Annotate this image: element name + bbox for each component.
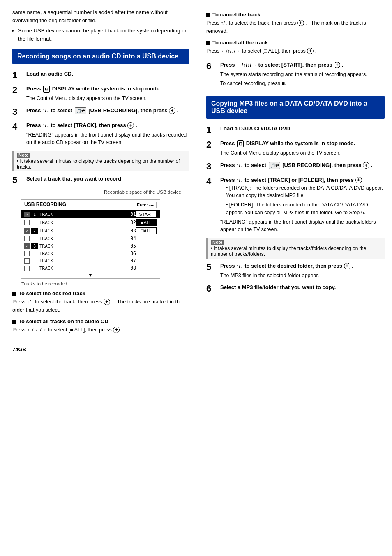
page-number: 74GB <box>12 346 189 352</box>
step-1: 1 Load an audio CD. <box>12 70 189 81</box>
usb-diagram-wrapper: Recordable space of the USB device USB R… <box>16 190 189 286</box>
usb-rec-icon: 🎵⇄ <box>75 107 86 114</box>
to-select-all-section: To select all tracks on the audio CD Pre… <box>12 318 189 334</box>
circle-plus-icon: + <box>297 20 304 26</box>
note-box: Note • It takes several minutes to displ… <box>12 151 189 171</box>
circle-plus-icon: + <box>363 162 369 169</box>
diagram-row: TRACK 08 <box>21 264 160 272</box>
circle-plus-icon: + <box>104 299 110 305</box>
to-select-all-label: To select all tracks on the audio CD <box>12 318 189 324</box>
intro-paragraph: same name, a sequential number is added … <box>12 8 189 24</box>
right-column: To cancel the track Press ↑/↓ to select … <box>197 4 392 552</box>
circle-plus-icon: + <box>169 107 175 114</box>
diagram-row: ✓ 1 TRACK 01 START <box>21 210 160 218</box>
display-icon: ⊟ <box>237 140 244 147</box>
circle-plus-icon: + <box>355 177 362 183</box>
step-5: 5 Select a track that you want to record… <box>12 175 189 185</box>
diagram-row: TRACK 07 <box>21 257 160 264</box>
black-square-icon <box>12 320 16 324</box>
track-num: 1 <box>31 211 38 217</box>
s2-step-4: 4 Press ↑/↓ to select [TRACK] or [FOLDER… <box>206 176 385 234</box>
step6-text: Press ←/↑/↓/→ to select [START], then pr… <box>220 62 344 68</box>
section1-header: Recording songs on an audio CD into a US… <box>12 49 189 64</box>
to-cancel-all-label: To cancel all the track <box>206 39 385 46</box>
black-square-icon <box>206 13 210 17</box>
step-4: 4 Press ↑/↓ to select [TRACK], then pres… <box>12 121 189 146</box>
to-select-label: To select the desired track <box>12 290 189 297</box>
to-cancel-all-text: Press ←/↑/↓/→ to select [□ ALL], then pr… <box>206 47 385 55</box>
step3-text: Press ↑/↓ to select 🎵⇄ [USB RECORDING], … <box>26 107 178 114</box>
left-column: same name, a sequential number is added … <box>0 4 197 552</box>
s2-step-1: 1 Load a DATA CD/DATA DVD. <box>206 125 385 135</box>
to-select-section: To select the desired track Press ↑/↓ to… <box>12 290 189 314</box>
intro-bullet: Some USB devices cannot be played back o… <box>18 27 189 43</box>
diagram-label-top: Recordable space of the USB device <box>16 190 181 195</box>
to-select-all-text: Press ←/↑/↓/→ to select [■ ALL], then pr… <box>12 326 189 334</box>
checkbox-checked: ✓ <box>24 212 30 217</box>
to-cancel-section: To cancel the track Press ↑/↓ to select … <box>206 12 385 35</box>
step-2: 2 Press ⊟ DISPLAY while the system is in… <box>12 85 189 102</box>
s2-step-5: 5 Press ↑/↓ to select the desired folder… <box>206 262 385 279</box>
usb-rec-icon: 🎵⇄ <box>269 162 280 169</box>
circle-plus-icon: + <box>344 263 350 269</box>
diagram-header: USB RECORDING Free: --- <box>21 200 160 210</box>
circle-plus-icon: + <box>307 48 314 54</box>
s2-step3-text: Press ↑/↓ to select 🎵⇄ [USB RECORDING], … <box>220 162 372 168</box>
section2-header: Copying MP3 files on a DATA CD/DATA DVD … <box>206 96 385 119</box>
note-text: • It takes several minutes to display th… <box>17 158 186 170</box>
circle-plus-icon: + <box>113 327 120 333</box>
track-num: 2 <box>31 228 38 234</box>
diagram-label-bottom: Tracks to be recorded. <box>21 281 189 286</box>
bullet-track: • [TRACK]: The folders recorded on the D… <box>226 184 385 200</box>
checkbox-checked: ✓ <box>24 228 30 234</box>
diagram-row: ✓ 2 TRACK 03 □ALL <box>21 227 160 235</box>
s2-step5-text: Press ↑/↓ to select the desired folder, … <box>220 263 353 269</box>
step4-text: Press ↑/↓ to select [TRACK], then press … <box>26 122 137 128</box>
step-6-right: 6 Press ←/↑/↓/→ to select [START], then … <box>206 61 385 88</box>
note-box-2: Note • It takes several minutes to displ… <box>206 238 385 259</box>
display-icon: ⊟ <box>43 86 50 93</box>
black-square-icon <box>206 41 210 45</box>
s2-step2-text: Press ⊟ DISPLAY while the system is in s… <box>220 140 355 146</box>
diagram-row: ✓ 3 TRACK 05 <box>21 242 160 250</box>
note2-text: • It takes several minutes to display th… <box>211 246 381 257</box>
s2-step4-text: Press ↑/↓ to select [TRACK] or [FOLDER],… <box>220 177 365 183</box>
intro-text: same name, a sequential number is added … <box>12 8 189 43</box>
checkbox-empty <box>24 220 30 225</box>
all-empty-action: □ALL <box>136 227 157 234</box>
to-cancel-text: Press ↑/↓ to select the track, then pres… <box>206 19 385 35</box>
diagram-row: TRACK 06 <box>21 250 160 257</box>
free-label: Free: --- <box>134 202 157 208</box>
to-cancel-label: To cancel the track <box>206 12 385 18</box>
diagram-row: TRACK 02 ■ALL <box>21 218 160 227</box>
to-cancel-all-section: To cancel all the track Press ←/↑/↓/→ to… <box>206 39 385 55</box>
s2-step-2: 2 Press ⊟ DISPLAY while the system is in… <box>206 139 385 157</box>
start-action: START <box>136 211 157 218</box>
circle-plus-icon: + <box>127 122 134 129</box>
to-select-text: Press ↑/↓ to select the track, then pres… <box>12 298 189 314</box>
diagram-container: USB RECORDING Free: --- ✓ 1 TRACK 01 STA… <box>16 195 189 280</box>
bullet-folder: • [FOLDER]: The folders recorded on the … <box>226 201 385 217</box>
step-3: 3 Press ↑/↓ to select 🎵⇄ [USB RECORDING]… <box>12 107 189 117</box>
usb-diagram: USB RECORDING Free: --- ✓ 1 TRACK 01 STA… <box>21 199 160 279</box>
all-filled-action: ■ALL <box>136 219 157 226</box>
diagram-row: TRACK 04 <box>21 235 160 242</box>
step2-text: Press ⊟ DISPLAY while the system is in s… <box>26 86 161 92</box>
black-square-icon <box>12 292 16 296</box>
s2-step-6: 6 Select a MP3 file/folder that you want… <box>206 283 385 294</box>
circle-plus-icon: + <box>334 62 340 68</box>
s2-step-3: 3 Press ↑/↓ to select 🎵⇄ [USB RECORDING]… <box>206 161 385 172</box>
